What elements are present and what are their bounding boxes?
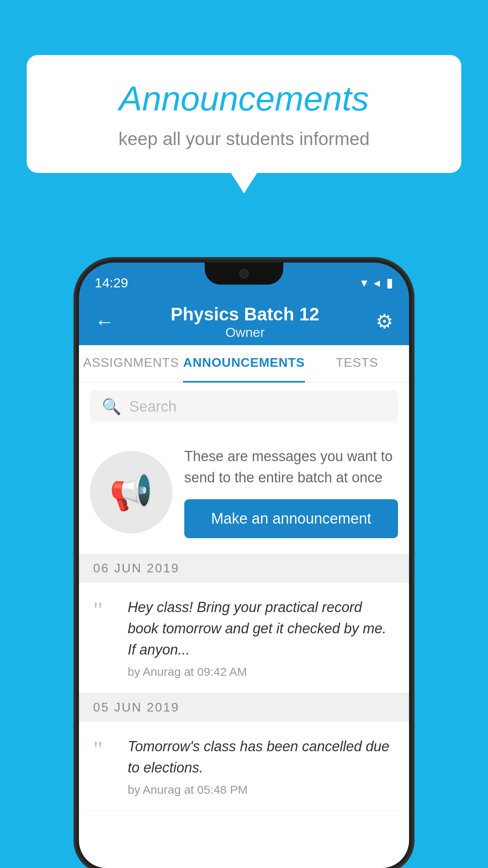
tab-announcements[interactable]: ANNOUNCEMENTS: [183, 345, 305, 383]
announcement-meta-1: by Anurag at 09:42 AM: [128, 665, 395, 679]
promo-icon-circle: 📢: [90, 451, 172, 533]
quote-icon-2: ": [93, 737, 117, 761]
signal-icon: ◂: [374, 275, 380, 290]
announcement-meta-2: by Anurag at 05:48 PM: [128, 783, 395, 796]
tabs-bar: ASSIGNMENTS ANNOUNCEMENTS TESTS: [79, 345, 409, 383]
batch-role: Owner: [171, 325, 319, 340]
tab-assignments[interactable]: ASSIGNMENTS: [79, 345, 183, 383]
search-bar[interactable]: 🔍 Search: [90, 391, 398, 422]
announcement-text-1: Hey class! Bring your practical record b…: [128, 597, 395, 660]
announcement-text-group-2: Tomorrow's class has been cancelled due …: [128, 736, 395, 796]
settings-icon[interactable]: ⚙: [376, 310, 393, 333]
announcement-item-2[interactable]: " Tomorrow's class has been cancelled du…: [79, 722, 409, 811]
promo-description: These are messages you want to send to t…: [184, 446, 398, 488]
header-title-group: Physics Batch 12 Owner: [171, 303, 319, 340]
announcement-text-2: Tomorrow's class has been cancelled due …: [128, 736, 395, 778]
back-button[interactable]: ←: [95, 310, 114, 333]
speech-bubble-section: Announcements keep all your students inf…: [27, 55, 461, 173]
phone-frame: 14:29 ▾ ◂ ▮ ← Physics Batch 12 Owner ⚙ A…: [79, 263, 409, 868]
announcement-item-1[interactable]: " Hey class! Bring your practical record…: [79, 583, 409, 693]
announcement-text-group-1: Hey class! Bring your practical record b…: [128, 597, 395, 679]
megaphone-icon: 📢: [109, 471, 153, 513]
batch-title: Physics Batch 12: [171, 303, 319, 325]
status-time: 14:29: [95, 275, 128, 291]
date-divider-1: 06 JUN 2019: [79, 554, 409, 583]
promo-text-area: These are messages you want to send to t…: [184, 446, 398, 538]
search-placeholder: Search: [129, 398, 176, 415]
app-header: ← Physics Batch 12 Owner ⚙: [79, 298, 409, 345]
tab-tests[interactable]: TESTS: [305, 345, 409, 383]
make-announcement-button[interactable]: Make an announcement: [184, 499, 398, 538]
wifi-icon: ▾: [361, 275, 367, 290]
notch: [205, 263, 283, 285]
camera: [239, 269, 249, 278]
speech-bubble: Announcements keep all your students inf…: [27, 55, 461, 173]
speech-bubble-subtitle: keep all your students informed: [58, 128, 430, 149]
date-divider-2: 05 JUN 2019: [79, 693, 409, 722]
status-icons: ▾ ◂ ▮: [361, 275, 393, 290]
promo-section: 📢 These are messages you want to send to…: [79, 430, 409, 554]
battery-icon: ▮: [386, 275, 393, 290]
quote-icon-1: ": [93, 598, 117, 622]
search-bar-container: 🔍 Search: [79, 383, 409, 430]
phone-content: 🔍 Search 📢 These are messages you want t…: [79, 383, 409, 868]
status-bar: 14:29 ▾ ◂ ▮: [79, 263, 409, 298]
search-icon: 🔍: [102, 397, 121, 416]
speech-bubble-title: Announcements: [58, 79, 430, 119]
